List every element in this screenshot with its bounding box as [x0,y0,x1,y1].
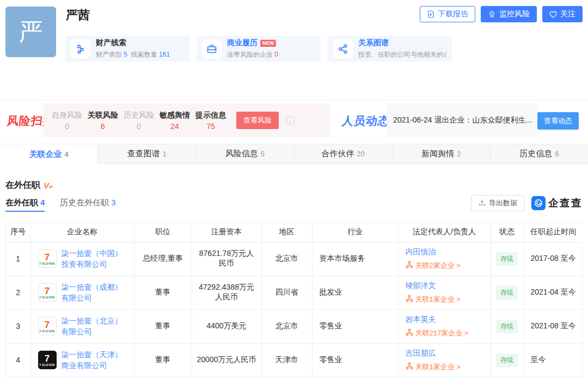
subtab-历史在外任职[interactable]: 历史在外任职3 [60,198,115,212]
company-link[interactable]: 柒一拾壹（成都）有限公司 [62,282,130,303]
column-header: 注册资本 [192,223,261,242]
status-badge: 存续 [496,286,518,300]
tab-风险信息[interactable]: 风险信息5 [196,144,294,164]
risk-stat-自身风险[interactable]: 自身风险0 [49,111,85,131]
org-link-icon [406,295,413,304]
card-stats: 财产类型 5 线索数量 161 [96,50,170,59]
related-companies-link[interactable]: 关联217家企业 > [406,328,469,338]
summary-card-3[interactable]: 关系图谱投资、任职的公司与他相关的企业 [328,36,452,62]
person-dynamics-logo: 人员动态 [341,113,391,129]
legal-rep-link[interactable]: 内田慎治 [406,247,436,256]
tab-count: 2 [457,150,461,158]
legal-rep-link[interactable]: 吉田朋広 [406,349,436,357]
cell-company: 77-ELEVEN柒一拾壹（中国）投资有限公司 [30,242,134,276]
vip-icon: VIP [44,181,53,190]
risk-stat-提示信息[interactable]: 提示信息75 [193,111,229,131]
top-action-buttons: 下载报告 监控风险 关注 [420,6,583,22]
view-dynamics-button[interactable]: 查看动态 [537,112,579,130]
tab-关联企业[interactable]: 关联企业4 [0,144,98,164]
card-subtitle: 投资、任职的公司与他相关的企业 [358,50,446,59]
cell-position: 董事 [134,309,192,343]
monitor-risk-label: 监控风险 [499,9,530,19]
company-link[interactable]: 柒一拾壹（北京）有限公司 [62,315,130,337]
export-data-button[interactable]: 导出数据 [471,195,525,211]
cell-status: 存续 [491,309,523,343]
monitor-camera-icon [488,10,496,19]
cell-industry: 资本市场服务 [312,242,398,276]
tab-count: 4 [64,150,68,158]
cell-region: 四川省 [261,276,312,309]
tab-label: 合作伙伴 [321,149,354,159]
risk-stat-敏感舆情[interactable]: 敏感舆情24 [157,111,193,131]
status-badge: 存续 [496,353,518,367]
tab-新闻舆情[interactable]: 新闻舆情2 [393,144,491,164]
risk-stat-value: 0 [121,122,157,131]
tab-合作伙伴[interactable]: 合作伙伴20 [295,144,393,164]
tab-label: 关联企业 [29,149,62,160]
subtab-在外任职[interactable]: 在外任职4 [5,198,45,212]
card-title: 商业履历NEW [227,38,278,48]
tab-查查图谱[interactable]: 查查图谱1 [98,144,196,164]
follow-label: 关注 [560,9,575,19]
risk-stat-关联风险[interactable]: 关联风险6 [85,111,121,131]
company-link[interactable]: 柒一拾壹（中国）投资有限公司 [62,248,130,270]
info-circle-icon[interactable]: ⓘ [286,116,295,125]
positions-table: 序号企业名称职位注册资本地区行业法定代表人/负责人状态任职起止时间 177-EL… [5,222,583,377]
tab-label: 风险信息 [225,149,258,159]
page-title: 严茜 [66,7,90,23]
legal-rep-link[interactable]: 岩本英夫 [406,315,436,323]
main-tab-bar: 关联企业4查查图谱1风险信息5合作伙伴20新闻舆情2历史信息6 [0,144,588,164]
company-link[interactable]: 柒一拾壹（天津）商业有限公司 [62,349,130,371]
related-companies-link[interactable]: 关联2家企业 > [406,261,461,271]
column-header: 地区 [261,223,312,242]
column-header: 企业名称 [30,223,134,242]
summary-card-1[interactable]: 财产线索财产类型 5 线索数量 161 [65,36,189,62]
risk-stat-label: 提示信息 [193,111,229,120]
cell-index: 3 [6,309,30,343]
summary-card-2[interactable]: 商业履历NEW连带风险的企业 0 [197,36,321,62]
qichacha-brand[interactable]: 企查查 [531,196,583,210]
cell-tenure: 2021-04 至今 [523,276,583,309]
risk-scan-bar: 风险扫描 自身风险0关联风险6历史风险0敏感舆情24提示信息75 查看风险 ⓘ … [0,103,588,137]
table-row: 277-ELEVEN柒一拾壹（成都）有限公司董事47292.4388万元人民币四… [6,276,583,309]
table-row: 477-ELEVEN柒一拾壹（天津）商业有限公司董事20000万元人民币天津市零… [6,343,583,377]
document-download-icon [427,10,434,18]
risk-stat-label: 敏感舆情 [157,111,193,120]
legal-rep-link[interactable]: 绫部洋文 [406,281,436,290]
tab-历史信息[interactable]: 历史信息6 [491,144,588,164]
org-link-icon [406,362,413,371]
monitor-risk-button[interactable]: 监控风险 [481,6,537,22]
new-badge: NEW [260,40,276,47]
related-companies-link[interactable]: 关联1家企业 > [406,362,461,372]
risk-stats-strip: 自身风险0关联风险6历史风险0敏感舆情24提示信息75 查看风险 ⓘ [44,103,330,137]
view-risk-button[interactable]: 查看风险 [236,112,279,129]
risk-stat-历史风险[interactable]: 历史风险0 [121,111,157,131]
risk-stat-value: 75 [193,122,229,131]
column-header: 职位 [134,223,192,242]
cell-company: 77-ELEVEN柒一拾壹（天津）商业有限公司 [30,343,134,377]
subtab-count: 4 [40,198,45,207]
card-title: 财产线索 [96,38,170,48]
cell-industry: 批发业 [312,276,398,309]
column-header: 行业 [312,223,398,242]
cell-capital: 20000万元人民币 [192,343,261,377]
risk-stats: 自身风险0关联风险6历史风险0敏感舆情24提示信息75 [49,111,229,131]
card-stats: 连带风险的企业 0 [227,50,278,59]
cell-index: 1 [6,242,30,276]
org-link-icon [406,261,413,270]
table-body: 177-ELEVEN柒一拾壹（中国）投资有限公司总经理,董事87621.78万元… [6,242,583,377]
risk-stat-label: 历史风险 [121,111,157,120]
follow-button[interactable]: 关注 [542,6,583,22]
subtab-label: 历史在外任职 [60,198,109,207]
cell-status: 存续 [491,242,523,276]
related-companies-link[interactable]: 关联1家企业 > [406,295,461,304]
cell-region: 天津市 [261,343,312,377]
download-report-button[interactable]: 下载报告 [420,6,475,22]
export-data-label: 导出数据 [489,198,517,208]
status-badge: 存续 [496,320,518,333]
section-title-row: 在外任职 VIP [5,180,53,191]
cell-tenure: 2021-08 至今 [523,309,583,343]
column-header: 任职起止时间 [523,223,583,242]
header-divider [0,100,588,100]
column-header: 状态 [491,223,523,242]
